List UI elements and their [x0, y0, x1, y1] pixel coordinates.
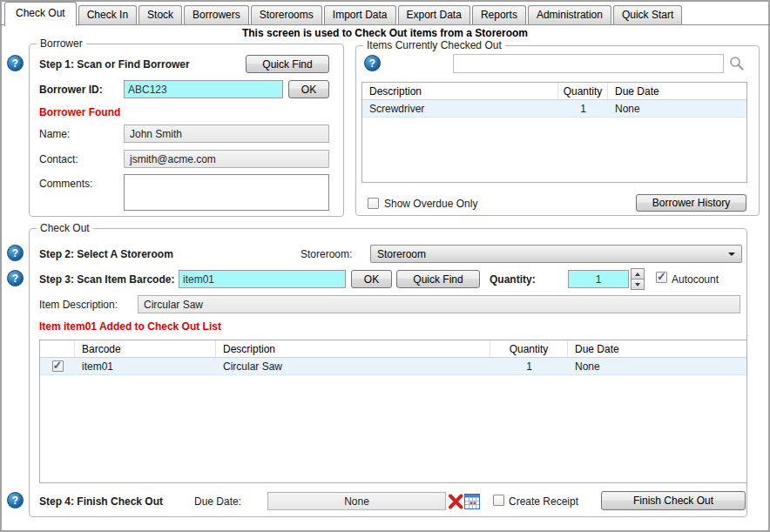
item-description-label: Item Description: [39, 299, 118, 311]
page-title: This screen is used to Check Out items f… [0, 27, 770, 39]
row-checkbox-cell [40, 360, 75, 372]
step1-label: Step 1: Scan or Find Borrower [39, 58, 190, 71]
tab-strip-border [0, 24, 770, 25]
checkout-col-due-date: Due Date [568, 340, 746, 357]
checkout-col-select [40, 340, 75, 357]
tab-reports[interactable]: Reports [472, 5, 526, 24]
items-table-row[interactable]: Screwdriver 1 None [362, 100, 746, 118]
create-receipt-label: Create Receipt [509, 495, 578, 508]
row-description-cell: Circular Saw [216, 360, 490, 373]
tab-quick-start[interactable]: Quick Start [613, 5, 682, 24]
show-overdue-label: Show Overdue Only [384, 198, 477, 210]
quantity-input[interactable] [568, 270, 629, 288]
search-icon[interactable] [728, 55, 746, 72]
due-date-field[interactable]: None [267, 492, 446, 510]
item-description-cell: Screwdriver [362, 103, 558, 115]
items-checked-out-table: Description Quantity Due Date Screwdrive… [361, 82, 747, 183]
help-icon-step2[interactable]: ? [7, 245, 24, 261]
comments-input[interactable] [124, 174, 329, 211]
autocount-label: Autocount [672, 273, 719, 286]
storeroom-dropdown[interactable]: Storeroom [370, 245, 742, 263]
items-checked-out-group-label: Items Currently Checked Out [363, 39, 505, 51]
tab-administration[interactable]: Administration [528, 5, 611, 24]
barcode-ok-button[interactable]: OK [351, 270, 392, 288]
borrower-group-label: Borrower [37, 37, 86, 50]
items-table-header: Description Quantity Due Date [362, 83, 746, 100]
borrower-ok-button[interactable]: OK [288, 80, 329, 98]
quick-find-borrower-button[interactable]: Quick Find [246, 55, 329, 73]
help-icon-step3[interactable]: ? [7, 270, 24, 286]
checkout-col-quantity: Quantity [490, 340, 568, 357]
finish-check-out-button[interactable]: Finish Check Out [601, 491, 746, 510]
tab-borrowers[interactable]: Borrowers [184, 5, 249, 24]
autocount-checkbox[interactable] [656, 272, 667, 283]
borrower-id-input[interactable] [124, 80, 283, 98]
checkout-col-description: Description [216, 340, 490, 357]
calendar-icon[interactable] [464, 494, 480, 509]
items-col-due-date: Due Date [608, 83, 746, 99]
contact-field: jsmith@acme.com [124, 150, 329, 168]
checkout-col-barcode: Barcode [75, 340, 216, 357]
row-select-checkbox[interactable] [52, 360, 64, 372]
borrower-id-label: Borrower ID: [39, 84, 103, 96]
check-out-table-header: Barcode Description Quantity Due Date [40, 340, 746, 358]
tab-import-data[interactable]: Import Data [324, 5, 396, 24]
step2-label: Step 2: Select A Storeroom [39, 248, 173, 260]
borrower-history-button[interactable]: Borrower History [636, 194, 746, 212]
item-barcode-input[interactable] [179, 270, 346, 288]
storeroom-label: Storeroom: [301, 248, 352, 260]
tab-bar: Check Out Check In Stock Borrowers Store… [3, 2, 682, 24]
help-icon-step1[interactable]: ? [7, 55, 24, 71]
comments-label: Comments: [39, 178, 92, 190]
step3-label: Step 3: Scan Item Barcode: [39, 273, 174, 286]
clear-due-date-icon[interactable] [446, 492, 464, 510]
contact-label: Contact: [39, 153, 78, 165]
check-out-table-row[interactable]: item01 Circular Saw 1 None [40, 358, 746, 375]
arrow-down-icon [635, 283, 640, 286]
tab-check-out[interactable]: Check Out [4, 2, 77, 26]
borrower-found-message: Borrower Found [39, 106, 120, 118]
item-due-date-cell: None [608, 103, 746, 115]
name-label: Name: [39, 128, 70, 140]
items-search-input[interactable] [453, 54, 724, 73]
quick-find-item-button[interactable]: Quick Find [396, 270, 480, 288]
quantity-stepper [631, 268, 645, 290]
step4-label: Step 4: Finish Check Out [39, 495, 163, 508]
quantity-label: Quantity: [490, 273, 536, 286]
stepper-up-button[interactable] [631, 268, 645, 279]
tab-stock[interactable]: Stock [138, 5, 182, 24]
check-out-list-table: Barcode Description Quantity Due Date it… [39, 340, 747, 483]
create-receipt-checkbox[interactable] [493, 495, 504, 506]
items-col-quantity: Quantity [558, 83, 608, 99]
tab-check-in[interactable]: Check In [78, 5, 137, 24]
storeroom-dropdown-value: Storeroom [377, 248, 426, 260]
help-icon-items[interactable]: ? [364, 55, 381, 71]
tab-export-data[interactable]: Export Data [398, 5, 470, 24]
help-icon-step4[interactable]: ? [7, 492, 24, 508]
tab-storerooms[interactable]: Storerooms [251, 5, 322, 24]
row-due-date-cell: None [568, 360, 746, 373]
item-quantity-cell: 1 [558, 103, 608, 115]
arrow-up-icon [635, 273, 640, 276]
name-field: John Smith [124, 125, 329, 143]
item-description-field: Circular Saw [138, 295, 740, 313]
show-overdue-checkbox[interactable] [368, 198, 379, 209]
check-out-group-label: Check Out [37, 222, 93, 234]
chevron-down-icon [728, 253, 735, 256]
items-col-description: Description [362, 83, 558, 99]
app-window: Check Out Check In Stock Borrowers Store… [0, 0, 770, 532]
row-barcode-cell: item01 [75, 360, 216, 373]
item-added-message: Item item01 Added to Check Out List [39, 320, 221, 333]
stepper-down-button[interactable] [631, 279, 645, 290]
row-quantity-cell: 1 [490, 360, 568, 373]
due-date-label: Due Date: [194, 495, 241, 508]
